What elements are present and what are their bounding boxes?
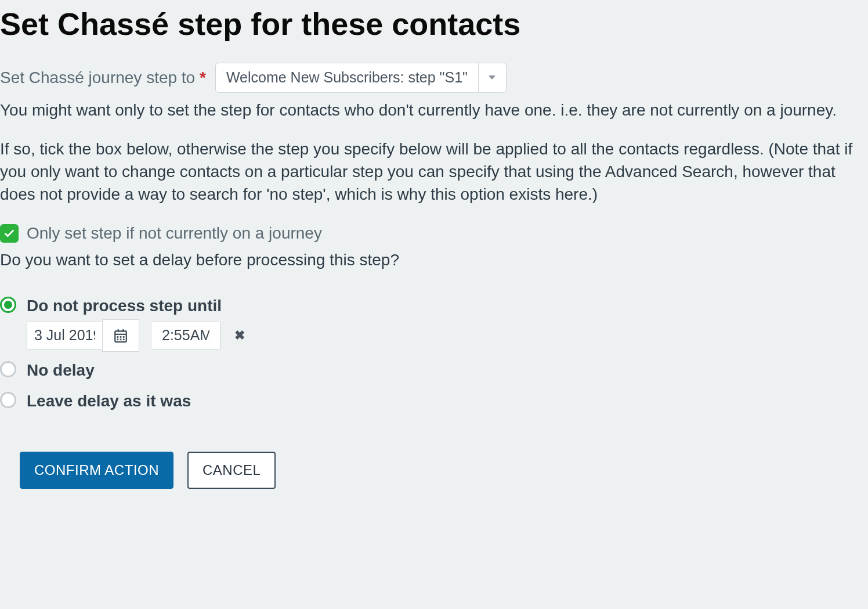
step-dropdown[interactable]: Welcome New Subscribers: step "S1" bbox=[215, 63, 507, 93]
required-asterisk: * bbox=[200, 69, 206, 87]
chevron-down-icon bbox=[489, 75, 496, 80]
only-if-no-journey-label: Only set step if not currently on a jour… bbox=[27, 222, 322, 244]
svg-rect-7 bbox=[117, 338, 119, 340]
svg-rect-8 bbox=[120, 338, 122, 340]
svg-rect-9 bbox=[123, 338, 125, 340]
help-paragraph-1: You might want only to set the step for … bbox=[0, 99, 868, 121]
svg-rect-6 bbox=[123, 336, 125, 338]
step-dropdown-caret[interactable] bbox=[478, 63, 506, 92]
time-input[interactable] bbox=[151, 322, 220, 349]
button-row: CONFIRM ACTION CANCEL bbox=[20, 452, 868, 489]
date-input[interactable] bbox=[27, 322, 102, 349]
calendar-icon bbox=[113, 328, 128, 343]
delay-option-leave-radio[interactable] bbox=[0, 392, 16, 408]
step-dropdown-value: Welcome New Subscribers: step "S1" bbox=[216, 63, 478, 92]
step-select-row: Set Chassé journey step to * Welcome New… bbox=[0, 63, 868, 93]
only-if-no-journey-row: Only set step if not currently on a jour… bbox=[0, 222, 868, 244]
help-text: You might want only to set the step for … bbox=[0, 99, 868, 206]
clear-time-icon[interactable]: ✖ bbox=[232, 327, 247, 345]
svg-rect-5 bbox=[120, 336, 122, 338]
delay-option-no-delay-radio[interactable] bbox=[0, 361, 16, 377]
calendar-button[interactable] bbox=[102, 319, 139, 352]
delay-option-until-label: Do not process step until bbox=[27, 294, 868, 317]
delay-question: Do you want to set a delay before proces… bbox=[0, 248, 868, 271]
delay-option-leave-label: Leave delay as it was bbox=[27, 390, 868, 412]
date-input-group bbox=[27, 322, 139, 349]
page-title: Set Chassé step for these contacts bbox=[0, 2, 868, 46]
step-select-label: Set Chassé journey step to * bbox=[0, 66, 206, 89]
delay-option-no-delay-label: No delay bbox=[27, 359, 868, 381]
cancel-button[interactable]: CANCEL bbox=[187, 452, 276, 489]
delay-option-until-row: Do not process step until bbox=[0, 294, 868, 355]
delay-radio-group: Do not process step until bbox=[0, 294, 868, 417]
confirm-action-button[interactable]: CONFIRM ACTION bbox=[20, 452, 173, 489]
svg-rect-4 bbox=[117, 336, 119, 338]
help-paragraph-2: If so, tick the box below, otherwise the… bbox=[0, 138, 868, 206]
only-if-no-journey-checkbox[interactable] bbox=[0, 224, 19, 243]
date-time-row: ✖ bbox=[27, 322, 868, 349]
delay-option-until-radio[interactable] bbox=[0, 297, 16, 313]
delay-option-no-delay-row: No delay bbox=[0, 359, 868, 386]
delay-option-leave-row: Leave delay as it was bbox=[0, 390, 868, 417]
checkmark-icon bbox=[3, 227, 16, 240]
